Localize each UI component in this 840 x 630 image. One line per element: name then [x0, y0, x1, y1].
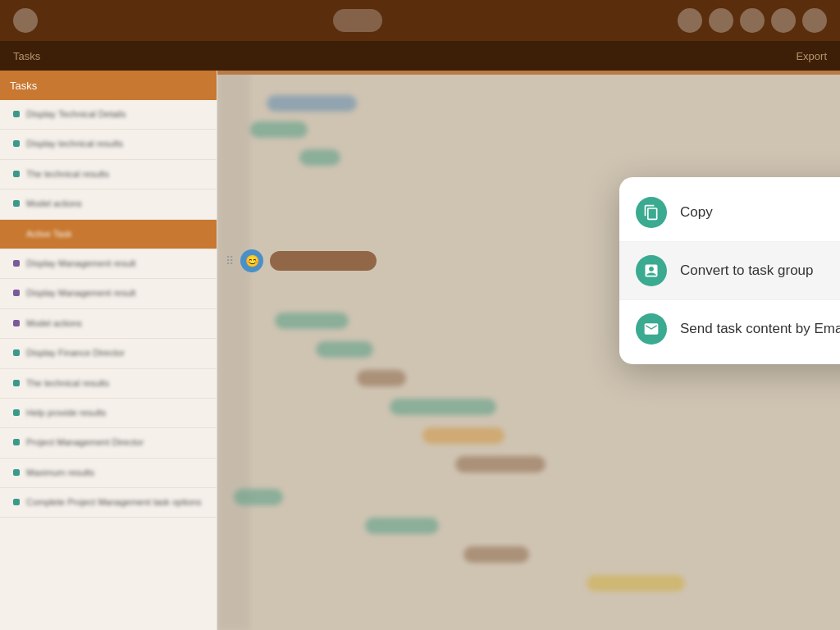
top-bar-action-2[interactable]	[709, 8, 733, 33]
sidebar-text-11: Help provide results	[26, 407, 106, 419]
second-bar-right[interactable]: Export	[796, 50, 827, 62]
sidebar-item-10[interactable]: The technical results	[0, 369, 217, 399]
drag-handle-icon[interactable]: ⠿	[226, 254, 234, 267]
context-menu: Copy Convert to task group Send ta	[619, 177, 840, 364]
convert-icon-container	[636, 255, 667, 286]
top-bar	[0, 0, 840, 41]
sidebar-marker-10	[13, 380, 20, 386]
sidebar-text-5: Active Task	[26, 228, 71, 240]
task-avatar: 😊	[240, 249, 263, 272]
sidebar-marker-12	[13, 439, 20, 445]
sidebar-item-4[interactable]: Model actions	[0, 189, 217, 219]
sidebar-marker-6	[13, 260, 20, 267]
sidebar-item-5-active[interactable]: Active Task	[0, 220, 217, 249]
sidebar-text-9: Display Finance Director	[26, 347, 125, 359]
sidebar-item-8[interactable]: Model actions	[0, 309, 217, 339]
sidebar-marker-8	[13, 320, 20, 326]
sidebar-text-13: Maximum results	[26, 467, 94, 479]
sidebar: Tasks Display Technical Details Display …	[0, 71, 217, 630]
email-label: Send task content by Email	[680, 321, 840, 337]
copy-label: Copy	[680, 204, 713, 221]
copy-icon-container	[636, 197, 667, 228]
sidebar-item-11[interactable]: Help provide results	[0, 399, 217, 428]
second-bar: Tasks Export	[0, 41, 840, 71]
sidebar-header-label: Tasks	[10, 80, 37, 92]
sidebar-text-3: The technical results	[26, 168, 109, 180]
sidebar-text-1: Display Technical Details	[26, 108, 126, 121]
sidebar-marker-14	[13, 499, 20, 505]
sidebar-marker-13	[13, 469, 20, 476]
sidebar-marker-9	[13, 349, 20, 356]
sidebar-text-7: Display Management result	[26, 287, 135, 299]
sidebar-item-3[interactable]: The technical results	[0, 160, 217, 189]
sidebar-item-13[interactable]: Maximum results	[0, 459, 217, 488]
sidebar-item-14[interactable]: Complete Project Management task options	[0, 488, 217, 518]
sidebar-item-2[interactable]: Display technical results	[0, 130, 217, 159]
second-bar-left: Tasks	[13, 50, 40, 62]
top-bar-action-4[interactable]	[771, 8, 796, 33]
menu-item-email[interactable]: Send task content by Email	[619, 300, 840, 358]
sidebar-text-8: Model actions	[26, 317, 82, 330]
sidebar-text-4: Model actions	[26, 198, 82, 210]
sidebar-text-10: The technical results	[26, 377, 109, 390]
nav-back-button[interactable]	[13, 8, 38, 33]
active-task-row: ⠿ 😊	[226, 249, 377, 272]
active-task-bar[interactable]	[270, 251, 377, 271]
sidebar-marker-4	[13, 200, 20, 207]
email-icon	[643, 321, 660, 337]
copy-icon	[643, 204, 660, 221]
sidebar-marker-2	[13, 140, 20, 147]
sidebar-marker-11	[13, 409, 20, 416]
convert-label: Convert to task group	[680, 262, 814, 279]
sidebar-item-12[interactable]: Project Management Director	[0, 428, 217, 458]
sidebar-marker-3	[13, 171, 20, 177]
sidebar-item-9[interactable]: Display Finance Director	[0, 339, 217, 368]
menu-item-copy[interactable]: Copy	[619, 184, 840, 242]
sidebar-marker-7	[13, 290, 20, 296]
sidebar-header: Tasks	[0, 71, 217, 100]
sidebar-item-6[interactable]: Display Management result	[0, 249, 217, 279]
convert-icon	[643, 262, 660, 279]
sidebar-text-12: Project Management Director	[26, 436, 144, 449]
sidebar-item-1[interactable]: Display Technical Details	[0, 100, 217, 130]
sidebar-text-6: Display Management result	[26, 258, 135, 270]
sidebar-marker-1	[13, 111, 20, 117]
sidebar-text-14: Complete Project Management task options	[26, 496, 201, 509]
top-bar-action-3[interactable]	[740, 8, 765, 33]
menu-item-convert[interactable]: Convert to task group	[619, 242, 840, 300]
top-bar-action-1[interactable]	[678, 8, 702, 33]
sidebar-marker-5	[13, 231, 20, 237]
main-area: Tasks Display Technical Details Display …	[0, 71, 840, 630]
sidebar-text-2: Display technical results	[26, 138, 123, 150]
email-icon-container	[636, 313, 667, 345]
sidebar-item-7[interactable]: Display Management result	[0, 279, 217, 308]
top-bar-action-5[interactable]	[802, 8, 827, 33]
content-area: ⠿ 😊 Copy	[217, 71, 840, 630]
top-bar-title-pill	[333, 9, 382, 32]
